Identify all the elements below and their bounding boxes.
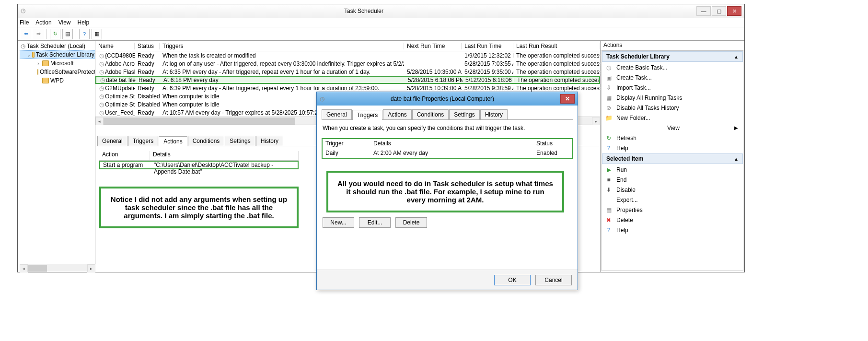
action-item[interactable]: ⊘Disable All Tasks History [602, 103, 743, 113]
action-row[interactable]: Start a program "C:\Users\Daniel\Desktop… [99, 161, 299, 169]
dialog-footer: OK Cancel [317, 270, 578, 290]
col-details[interactable]: Details [150, 151, 299, 160]
dlg-tab-triggers[interactable]: Triggers [352, 110, 383, 120]
tab-settings[interactable]: Settings [225, 136, 255, 146]
dlg-tab-actions[interactable]: Actions [383, 109, 411, 119]
action-item[interactable]: ▦Display All Running Tasks [602, 93, 743, 103]
trigger-row[interactable]: Daily At 2:00 AM every day Enabled [323, 149, 572, 158]
col-status[interactable]: Status [135, 43, 160, 49]
dlg-tab-history[interactable]: History [480, 109, 508, 119]
clock-icon: ◷ [98, 60, 105, 67]
chevron-down-icon[interactable]: ⌄ [27, 52, 31, 58]
menu-view[interactable]: View [58, 19, 71, 26]
tree-root[interactable]: ◷ Task Scheduler (Local) [20, 42, 95, 50]
tab-triggers[interactable]: Triggers [128, 136, 159, 146]
ok-button[interactable]: OK [494, 275, 531, 285]
menu-action[interactable]: Action [35, 19, 51, 26]
action-label: Help [616, 227, 628, 234]
clock-icon: ◷ [98, 109, 105, 116]
col-trigger[interactable]: Trigger [323, 139, 370, 149]
cancel-button[interactable]: Cancel [535, 275, 572, 285]
close-button[interactable]: ✕ [727, 6, 741, 16]
col-last-run[interactable]: Last Run Time [462, 43, 513, 49]
col-trigger-status[interactable]: Status [533, 139, 572, 149]
actions-group-library: Task Scheduler Library▲ [602, 51, 743, 62]
col-name[interactable]: Name [95, 43, 135, 49]
new-trigger-button[interactable]: New... [323, 217, 354, 228]
action-item[interactable]: View▶ [602, 123, 743, 133]
tree-child-microsoft[interactable]: › Microsoft [20, 59, 95, 68]
task-row[interactable]: ◷Adobe Acro...ReadyAt log on of any user… [95, 59, 600, 68]
scroll-right-icon[interactable]: ▸ [87, 264, 95, 272]
col-action[interactable]: Action [99, 151, 150, 160]
dlg-tab-settings[interactable]: Settings [449, 109, 479, 119]
action-item[interactable]: ✖Delete [602, 215, 743, 225]
tree-child-wpd[interactable]: WPD [20, 76, 95, 85]
scroll-right-icon[interactable]: ▸ [592, 117, 600, 125]
show-hide-icon[interactable]: ▦ [92, 29, 102, 39]
collapse-icon[interactable]: ▲ [734, 54, 739, 59]
tab-actions[interactable]: Actions [159, 136, 187, 146]
col-last-result[interactable]: Last Run Result [513, 43, 600, 49]
clock-icon: ◷ [98, 69, 105, 75]
tab-conditions[interactable]: Conditions [188, 136, 225, 146]
action-item[interactable]: ?Help [602, 225, 743, 235]
dialog-title: date bat file Properties (Local Computer… [324, 95, 560, 102]
tree-child-office[interactable]: OfficeSoftwareProtect [20, 68, 95, 76]
col-next-run[interactable]: Next Run Time [404, 43, 462, 49]
forward-button[interactable]: ➡ [33, 29, 44, 39]
menu-help[interactable]: Help [78, 19, 90, 26]
scrollbar-h[interactable]: ◂ ▸ [20, 264, 95, 272]
tree-library[interactable]: ⌄ Task Scheduler Library [20, 50, 95, 59]
scroll-left-icon[interactable]: ◂ [95, 117, 104, 125]
tab-general[interactable]: General [97, 136, 127, 146]
dialog-close-button[interactable]: ✕ [560, 94, 575, 104]
trigger-type: Daily [323, 149, 370, 158]
dlg-tab-conditions[interactable]: Conditions [412, 109, 449, 119]
delete-trigger-button[interactable]: Delete [395, 217, 427, 228]
task-row[interactable]: ◷{CCD4980E-...ReadyWhen the task is crea… [95, 51, 600, 59]
action-type: Start a program [100, 162, 151, 168]
task-row[interactable]: ◷G2MUpdate...ReadyAt 6:39 PM every day -… [95, 84, 600, 92]
action-item[interactable]: ◷Create Basic Task... [602, 62, 743, 72]
task-row[interactable]: ◷Adobe Flash...ReadyAt 6:35 PM every day… [95, 68, 600, 76]
action-item[interactable]: ⬇Disable [602, 185, 743, 195]
scroll-left-icon[interactable]: ◂ [20, 264, 28, 272]
minimize-button[interactable]: — [696, 6, 711, 16]
action-item[interactable]: ?Help [602, 143, 743, 153]
action-item[interactable]: ▣Create Task... [602, 72, 743, 82]
action-item[interactable]: ▶Run [602, 165, 743, 175]
action-item[interactable]: ▤Properties [602, 205, 743, 215]
properties-icon[interactable]: ▤ [62, 29, 73, 39]
action-icon: ▦ [605, 94, 613, 102]
collapse-icon[interactable]: ▲ [734, 156, 739, 162]
action-item[interactable]: 📁New Folder... [602, 113, 743, 123]
action-item[interactable]: Export... [602, 195, 743, 205]
action-details: "C:\Users\Daniel\Desktop\ACCTivate! back… [151, 162, 298, 168]
tab-history[interactable]: History [256, 136, 283, 146]
action-label: Run [616, 166, 627, 173]
action-label: Create Task... [616, 74, 652, 81]
col-triggers[interactable]: Triggers [160, 43, 404, 49]
action-label: New Folder... [616, 115, 650, 121]
refresh-icon[interactable]: ↻ [50, 29, 60, 39]
back-button[interactable]: ⬅ [21, 29, 31, 39]
action-item[interactable]: ↻Refresh [602, 133, 743, 143]
action-item[interactable]: ⇩Import Task... [602, 82, 743, 93]
dlg-tab-general[interactable]: General [322, 109, 352, 119]
action-icon: ↻ [605, 134, 613, 142]
task-row[interactable]: ◷date bat fileReadyAt 6:18 PM every day5… [95, 76, 600, 84]
maximize-button[interactable]: ▢ [712, 6, 726, 16]
task-table-header: Name Status Triggers Next Run Time Last … [95, 41, 600, 51]
window-title: Task Scheduler [32, 8, 695, 14]
chevron-right-icon[interactable]: › [36, 61, 41, 66]
col-trigger-details[interactable]: Details [370, 139, 533, 149]
action-label: Import Task... [616, 84, 651, 91]
action-label: Refresh [616, 135, 637, 141]
action-label: Help [616, 145, 628, 152]
edit-trigger-button[interactable]: Edit... [359, 217, 391, 228]
help-icon[interactable]: ? [79, 29, 90, 39]
action-icon: ■ [605, 176, 613, 184]
menu-file[interactable]: File [20, 19, 29, 26]
action-item[interactable]: ■End [602, 175, 743, 185]
